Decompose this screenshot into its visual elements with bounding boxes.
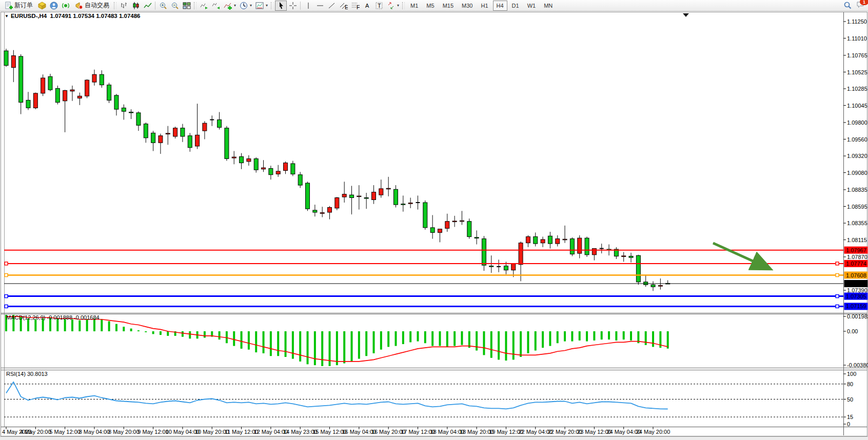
new-order-label: 新订单 (14, 1, 33, 10)
bar-chart-button[interactable] (118, 1, 130, 11)
line-handle[interactable] (5, 262, 8, 265)
chart-shift-button[interactable] (210, 1, 222, 11)
periods-button[interactable]: ▾ (238, 1, 253, 11)
new-order-button[interactable]: 新订单 (1, 1, 36, 11)
line-handle[interactable] (836, 262, 839, 265)
rsi-name: RSI(14) (6, 371, 26, 377)
trendline-icon (327, 2, 336, 10)
svg-text:F: F (357, 4, 360, 10)
toolbar-right: 1 (843, 1, 865, 10)
metaeditor-button[interactable] (36, 1, 48, 11)
rsi-axis-label: 0 (847, 421, 850, 427)
ohlc-values: 1.07491 1.07534 1.07483 1.07486 (50, 13, 141, 19)
candlestick-chart-button[interactable] (130, 1, 142, 11)
equidistant-channel-icon: E (339, 2, 348, 10)
timeframe-toolbar: M1M5M15M30H1H4D1W1MN (406, 1, 557, 11)
timeframe-button-M30[interactable]: M30 (458, 1, 476, 11)
autotrading-icon (74, 2, 83, 10)
price-tick-label: 1.10525 (847, 69, 867, 75)
search-icon[interactable] (843, 2, 852, 10)
rsi-indicator-label: RSI(14) 30.8013 (6, 371, 48, 377)
vertical-line-icon (304, 2, 312, 10)
toolbar-separator (155, 2, 155, 10)
price-label-text: 1.07486 (846, 281, 866, 287)
macd-values: -0.001888 -0.001684 (47, 314, 99, 321)
svg-text:T: T (378, 3, 381, 9)
equidistant-channel-tool-button[interactable]: E (338, 1, 349, 11)
horizontal-line-tool-button[interactable] (314, 1, 326, 11)
svg-text:A: A (365, 3, 369, 9)
line-handle[interactable] (5, 274, 8, 277)
time-axis-label: 4 May 20:00 (20, 429, 51, 435)
chevron-down-icon: ▾ (234, 3, 236, 8)
indicators-icon (223, 2, 232, 10)
time-axis-label: 9 May 12:00 (137, 429, 169, 435)
price-tick-label: 1.08115 (847, 237, 867, 243)
macd-indicator-label: MACD(12,26,9) -0.001888 -0.001684 (6, 314, 100, 321)
market-button[interactable] (60, 1, 71, 11)
symbol-dropdown-icon[interactable]: ▼ (5, 14, 9, 18)
price-tick-label: 1.07390 (847, 287, 867, 293)
price-tick-label: 1.11250 (847, 18, 867, 25)
price-tick-label: 1.09800 (847, 119, 867, 126)
text-label-tool-button[interactable]: T (373, 1, 385, 11)
zoom-in-icon (159, 2, 167, 10)
new-order-icon (4, 2, 13, 10)
line-handle[interactable] (836, 295, 839, 298)
community-icon (49, 2, 58, 10)
notifications-button[interactable]: 1 (856, 1, 865, 10)
timeframe-button-D1[interactable]: D1 (508, 1, 523, 11)
community-button[interactable] (48, 1, 60, 11)
line-chart-icon (143, 2, 152, 10)
zoom-in-button[interactable] (157, 1, 169, 11)
auto-scroll-button[interactable] (198, 1, 210, 11)
indicators-button[interactable]: ▾ (222, 1, 238, 11)
text-tool-button[interactable]: A (361, 1, 373, 11)
line-handle[interactable] (5, 305, 8, 308)
macd-axis-label: -0.003804 (847, 362, 868, 368)
toolbar-grip (194, 2, 196, 9)
svg-text:E: E (345, 4, 348, 10)
price-tick-label: 1.10045 (847, 103, 867, 109)
text-icon: A (363, 2, 371, 10)
crosshair-icon (288, 2, 297, 10)
timeframe-button-MN[interactable]: MN (540, 1, 556, 11)
clock-icon (239, 2, 248, 10)
timeframe-button-M1[interactable]: M1 (407, 1, 422, 11)
zoom-out-icon (170, 2, 179, 10)
price-label-text: 1.07305 (846, 293, 866, 299)
toolbar-grip (271, 2, 273, 9)
vertical-line-tool-button[interactable] (302, 1, 314, 11)
chart-canvas[interactable]: 1.079671.077741.076081.074861.073051.071… (0, 0, 868, 440)
price-label-text: 1.07774 (846, 261, 866, 267)
cursor-tool-button[interactable] (275, 1, 287, 11)
price-tick-label: 1.08595 (847, 204, 867, 210)
notification-badge: 1 (860, 0, 868, 5)
fibonacci-tool-button[interactable]: F (349, 1, 361, 11)
autotrading-button[interactable]: 自动交易 (71, 1, 112, 11)
templates-icon (255, 2, 264, 10)
timeframe-button-W1[interactable]: W1 (524, 1, 540, 11)
crosshair-tool-button[interactable] (287, 1, 299, 11)
timeframe-button-H4[interactable]: H4 (493, 1, 507, 11)
rsi-value: 30.8013 (27, 371, 48, 377)
timeframe-button-M5[interactable]: M5 (423, 1, 438, 11)
price-tick-label: 1.07870 (847, 254, 867, 260)
status-strip (0, 436, 868, 440)
line-chart-button[interactable] (142, 1, 153, 11)
toolbar-grip (402, 2, 405, 9)
price-tick-label: 1.09080 (847, 170, 867, 176)
price-tick-label: 1.08835 (847, 187, 867, 193)
arrows-tool-button[interactable]: ▾ (385, 1, 401, 11)
timeframe-button-M15[interactable]: M15 (439, 1, 457, 11)
line-handle[interactable] (836, 305, 839, 308)
trendline-tool-button[interactable] (326, 1, 338, 11)
zoom-out-button[interactable] (169, 1, 181, 11)
main-toolbar: 新订单 自动交易 (0, 0, 868, 11)
line-handle[interactable] (836, 274, 839, 277)
templates-button[interactable]: ▾ (253, 1, 269, 11)
timeframe-button-H1[interactable]: H1 (477, 1, 491, 11)
line-handle[interactable] (5, 295, 8, 298)
tile-windows-button[interactable] (181, 1, 192, 11)
macd-axis-label: 0.001982 (847, 313, 868, 319)
